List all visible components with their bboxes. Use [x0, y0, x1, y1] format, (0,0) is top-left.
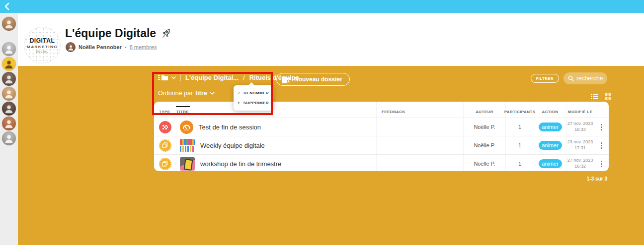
- feedback-cell: [376, 118, 463, 136]
- column-header-auteur[interactable]: AUTEUR: [463, 102, 505, 118]
- table-row[interactable]: Weekly équipe digitale Noëlle P. 1 anime…: [154, 136, 609, 154]
- column-header-menu: [594, 102, 609, 118]
- person-icon: [3, 88, 14, 99]
- pagination-label: 1-3 sur 3: [587, 176, 607, 182]
- search-icon: [568, 75, 574, 81]
- participants-cell: 1: [505, 136, 534, 154]
- person-icon: [67, 44, 75, 51]
- chevron-down-icon: [171, 76, 176, 79]
- chevron-down-icon: [210, 92, 215, 95]
- rocket-icon: [158, 25, 174, 42]
- animer-button[interactable]: animer: [539, 122, 562, 131]
- top-bar: [0, 0, 644, 13]
- checkered-flag-icon: [162, 124, 168, 130]
- member-avatar[interactable]: [2, 42, 16, 56]
- participants-cell: 1: [505, 118, 534, 136]
- member-avatar[interactable]: [2, 131, 16, 145]
- sort-prefix-label: Ordonné par: [158, 90, 193, 97]
- sort-value: titre: [195, 90, 207, 97]
- filter-button[interactable]: FILTRER: [531, 74, 559, 83]
- participants-cell: 1: [505, 155, 534, 171]
- table-header-row: TYPE TITRE FEEDBACK AUTEUR PARTICIPANTS …: [154, 102, 609, 118]
- page-title: L'équipe Digitale: [65, 27, 156, 40]
- member-avatar[interactable]: [2, 117, 16, 130]
- new-folder-label: Nouveau dossier: [294, 76, 342, 83]
- session-thumbnail: [180, 139, 195, 152]
- kebab-menu-icon[interactable]: [601, 161, 602, 167]
- owner-avatar: [66, 42, 76, 52]
- feedback-cell: [376, 136, 463, 154]
- context-menu-caret: [248, 82, 255, 86]
- modified-cell: 27 nov. 202316:32: [566, 155, 594, 171]
- new-folder-button[interactable]: Nouveau dossier: [276, 73, 350, 86]
- type-badge: [154, 155, 176, 171]
- column-header-titre[interactable]: TITRE: [176, 102, 376, 118]
- members-sidebar: [0, 13, 18, 245]
- member-avatar[interactable]: [2, 87, 16, 101]
- sessions-table: TYPE TITRE FEEDBACK AUTEUR PARTICIPANTS …: [154, 102, 609, 171]
- author-cell: Noëlle P.: [463, 155, 505, 171]
- feedback-cell: [376, 155, 463, 171]
- folder-plus-icon: [282, 76, 291, 83]
- context-menu-label: SUPPRIMER: [243, 101, 269, 105]
- member-avatar[interactable]: [2, 72, 16, 86]
- team-logo-text: MARKETING: [27, 45, 58, 49]
- column-header-participants[interactable]: PARTICIPANTS: [505, 102, 534, 118]
- animer-button[interactable]: animer: [539, 141, 562, 150]
- chevron-left-icon: [4, 2, 10, 10]
- context-menu-label: RENOMMER: [243, 91, 269, 95]
- context-menu-item-delete[interactable]: SUPPRIMER: [234, 98, 273, 108]
- team-logo-text: DIGITAL: [30, 37, 55, 44]
- kebab-menu-icon[interactable]: [601, 124, 602, 130]
- modified-cell: 27 nov. 202316:33: [566, 118, 594, 136]
- author-cell: Noëlle P.: [463, 136, 505, 154]
- team-header: DIGITAL MARKETING SOCIAL L'équipe Digita…: [18, 13, 644, 66]
- animer-button[interactable]: animer: [539, 159, 562, 168]
- session-thumbnail: [180, 121, 193, 134]
- member-avatar-selected[interactable]: [2, 57, 16, 71]
- kebab-menu-icon[interactable]: [601, 142, 602, 149]
- team-logo: DIGITAL MARKETING SOCIAL: [24, 27, 61, 63]
- copy-cards-icon: [162, 142, 168, 148]
- person-icon: [3, 73, 14, 84]
- person-icon: [3, 133, 14, 144]
- session-title[interactable]: Test de fin de session: [199, 123, 261, 131]
- session-title[interactable]: Weekly équipe digitale: [200, 142, 265, 149]
- type-badge: [154, 118, 176, 136]
- session-title[interactable]: workshop de fin de trimestre: [200, 160, 281, 168]
- team-logo-text: SOCIAL: [36, 50, 49, 53]
- owner-name: Noëlle Pennober: [79, 44, 122, 50]
- member-avatar[interactable]: [2, 102, 16, 116]
- column-header-type[interactable]: TYPE: [154, 102, 176, 118]
- toolbar-separator: [180, 74, 181, 81]
- person-icon: [3, 103, 14, 114]
- sidebar-divider: [3, 37, 14, 37]
- members-count-link[interactable]: 8 membres: [130, 44, 157, 50]
- folder-menu-button[interactable]: [158, 74, 176, 81]
- trash-icon: [238, 100, 240, 106]
- gauge-icon: [182, 123, 191, 131]
- context-menu-item-rename[interactable]: RENOMMER: [234, 88, 273, 98]
- back-button[interactable]: [4, 2, 13, 11]
- pencil-icon: [238, 90, 240, 96]
- grid-view-button[interactable]: [605, 93, 611, 100]
- copy-cards-icon: [162, 161, 168, 167]
- column-header-modifie[interactable]: MODIFIÉ LE: [566, 102, 594, 118]
- table-row[interactable]: Test de fin de session Noëlle P. 1 anime…: [154, 118, 609, 136]
- person-icon: [3, 44, 14, 55]
- main-content: L'équipe Digital... / Rituels d'équipe N…: [18, 66, 644, 245]
- list-view-icon: [591, 93, 598, 100]
- table-row[interactable]: workshop de fin de trimestre Noëlle P. 1…: [154, 154, 609, 171]
- session-thumbnail: [180, 157, 195, 171]
- grid-view-icon: [605, 93, 611, 100]
- member-avatar[interactable]: [2, 17, 16, 31]
- breadcrumb-parent[interactable]: L'équipe Digital...: [185, 74, 239, 81]
- separator-dot: •: [125, 44, 127, 50]
- list-view-button[interactable]: [591, 93, 598, 100]
- column-header-action[interactable]: ACTION: [534, 102, 566, 118]
- person-icon: [3, 18, 14, 29]
- search-box: [564, 72, 607, 84]
- author-cell: Noëlle P.: [463, 118, 505, 136]
- sort-selector[interactable]: Ordonné par titre: [158, 90, 215, 97]
- column-header-feedback[interactable]: FEEDBACK: [376, 102, 463, 118]
